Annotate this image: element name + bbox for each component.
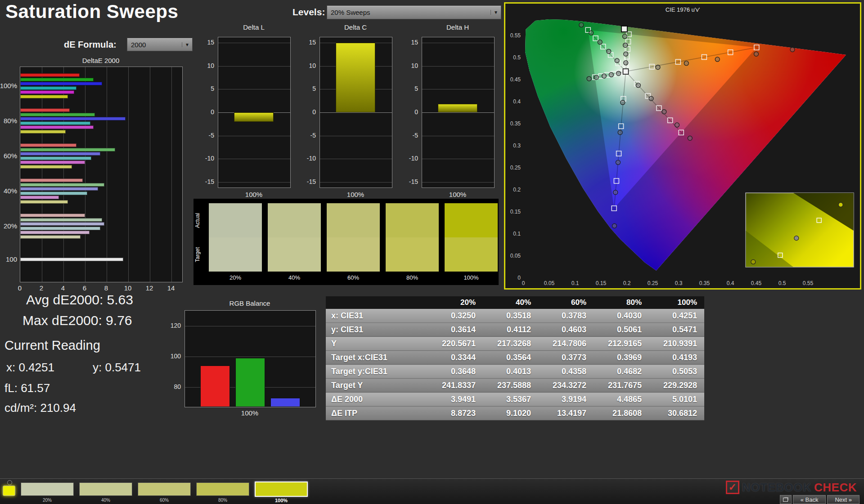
- y-tick-label: 0.25: [510, 165, 521, 171]
- actual-swatch: [386, 203, 439, 237]
- patch-select-label: 100%: [275, 498, 288, 503]
- y-tick-label: -5: [302, 132, 316, 139]
- axis-label: 100%: [218, 191, 290, 198]
- gridline: [218, 89, 290, 89]
- sweep-swatch: 20%: [209, 203, 262, 283]
- patch-select-swatch[interactable]: [79, 482, 132, 496]
- logo-text-check: CHECK: [814, 481, 857, 495]
- measured-marker: [622, 34, 627, 39]
- table-row-label: ΔE ITP: [326, 406, 428, 420]
- chevron-down-icon: ▼: [490, 10, 501, 15]
- back-button[interactable]: « Back: [793, 495, 826, 504]
- table-row-label: Y: [326, 337, 428, 351]
- patch-select-swatch[interactable]: [138, 482, 191, 496]
- cie-title: CIE 1976 u'v': [505, 6, 860, 13]
- group-label: 20%: [4, 222, 17, 230]
- target-swatch: [445, 237, 498, 272]
- de-bar: [20, 258, 123, 261]
- sweep-swatch: 100%: [445, 203, 498, 283]
- table-cell: 0.3564: [483, 351, 538, 365]
- table-cell: 237.5888: [483, 379, 538, 392]
- gridline: [320, 182, 392, 183]
- table-row-label: Target Y: [326, 379, 428, 392]
- table-cell: 0.3648: [428, 365, 483, 379]
- table-cell: 30.6812: [649, 406, 704, 420]
- next-button[interactable]: Next »: [827, 495, 860, 504]
- table-header-cell: 60%: [538, 296, 594, 309]
- measured-marker: [684, 61, 688, 66]
- window-restore-button[interactable]: [780, 495, 792, 504]
- de-formula-select[interactable]: 2000 ▼: [127, 38, 193, 51]
- patch-select-swatch[interactable]: [255, 482, 308, 497]
- de-bar: [20, 73, 80, 77]
- y-tick-label: 0.5: [513, 54, 521, 61]
- table-cell: 0.5061: [594, 323, 649, 337]
- measured-marker: [612, 223, 616, 228]
- axis-label: 100%: [320, 191, 392, 198]
- measured-marker: [587, 76, 591, 81]
- patch-indicator-dot: [7, 480, 12, 485]
- sweep-swatch: 60%: [327, 203, 380, 283]
- table-row: Target y:CIE310.36480.40130.43580.46820.…: [326, 365, 704, 379]
- de-bar: [20, 95, 68, 98]
- axis-ticks: 151050-5-10-15: [405, 37, 420, 187]
- y-tick-label: 100: [167, 352, 181, 360]
- table-row-label: x: CIE31: [326, 309, 428, 323]
- x-tick-label: 2: [40, 284, 43, 292]
- y-tick-label: 0.1: [513, 231, 521, 237]
- target-swatch: [327, 237, 380, 272]
- patch-select-label: 80%: [218, 498, 227, 503]
- table-row: y: CIE310.36140.41120.46030.50610.5471: [326, 323, 704, 337]
- table-cell: 3.5367: [483, 392, 538, 406]
- de-bar: [20, 200, 68, 204]
- cie-diagram-panel: CIE 1976 u'v': [504, 2, 861, 290]
- axis-label: 100%: [422, 191, 494, 198]
- y-tick-label: -5: [201, 132, 214, 139]
- table-cell: 231.7675: [594, 379, 649, 392]
- axis-label: 100%: [184, 409, 315, 417]
- target-swatch: [268, 237, 321, 272]
- x-tick-label: 0.2: [623, 280, 631, 286]
- rgb-balance-plot: [184, 310, 316, 407]
- bottom-bar: 20%40%60%80%100% ✓ NOTEBOOKCHECK « Back …: [0, 478, 864, 504]
- gridline: [42, 67, 42, 282]
- target-swatch: [209, 237, 262, 272]
- current-patch-swatch: [3, 486, 15, 496]
- x-tick-label: 0.05: [544, 280, 555, 286]
- table-cell: 0.3250: [428, 309, 483, 323]
- actual-row-label: Actual: [194, 203, 202, 237]
- chart-title: DeltaE 2000: [20, 57, 182, 64]
- patch-select-label: 40%: [101, 498, 110, 503]
- table-header-cell: [326, 296, 428, 309]
- table-cell: 0.5053: [649, 365, 704, 379]
- nav-buttons: « Back Next »: [780, 495, 860, 504]
- deltae2000-plot: [20, 67, 183, 282]
- x-tick-label: 14: [167, 284, 175, 292]
- gridline: [422, 112, 494, 113]
- gridline: [422, 136, 494, 136]
- de-bar: [20, 156, 91, 160]
- table-cell: 0.3969: [594, 351, 649, 365]
- table-cell: 0.3773: [538, 351, 594, 365]
- x-tick-label: 12: [146, 284, 153, 292]
- measured-marker: [613, 190, 618, 195]
- page-title: Saturation Sweeps: [5, 1, 178, 22]
- patch-select-swatch[interactable]: [196, 482, 249, 496]
- table-row-label: y: CIE31: [326, 323, 428, 337]
- y-tick-label: 0.05: [510, 253, 521, 259]
- y-tick-label: -10: [201, 155, 214, 162]
- de-bar: [20, 78, 94, 81]
- table-cell: 0.4193: [649, 351, 704, 365]
- de-bar: [20, 187, 98, 191]
- y-tick-label: -15: [405, 178, 418, 185]
- table-row-label: Target x:CIE31: [326, 351, 428, 365]
- patch-select-swatch[interactable]: [21, 482, 74, 496]
- deltae2000-chart: DeltaE 2000 100%80%60%40%20%100 02468101…: [0, 54, 189, 292]
- table-cell: 8.8723: [428, 406, 483, 420]
- table-cell: 0.3614: [428, 323, 483, 337]
- gridline: [422, 43, 494, 43]
- levels-select[interactable]: 20% Sweeps ▼: [327, 5, 501, 19]
- current-y: y: 0.5471: [93, 361, 141, 375]
- de-bar: [20, 218, 102, 222]
- measured-marker: [616, 160, 620, 165]
